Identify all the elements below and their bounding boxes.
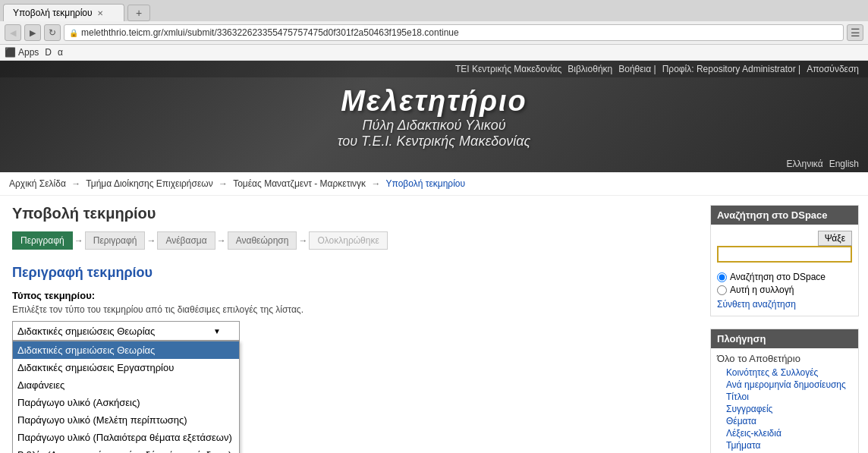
step-2[interactable]: Περιγραφή: [85, 231, 146, 250]
address-url: meleththrio.teicm.gr/xmlui/submit/336322…: [81, 27, 459, 38]
step-5: Ολοκληρώθηκε: [309, 231, 387, 250]
dropdown-option-1[interactable]: Διδακτικές σημειώσεις Εργαστηρίου: [13, 359, 239, 376]
browser-toolbar: ◀ ▶ ↻ 🔒 meleththrio.teicm.gr/xmlui/submi…: [0, 21, 868, 45]
dropdown-option-6[interactable]: Βιβλίο (Δημοσιευμένο από εκδότη ή αυτοέκ…: [13, 446, 239, 453]
search-widget: Αναζήτηση στο DSpace Ψάξε Αναζήτηση στο …: [710, 205, 859, 316]
page-content: ΤΕΙ Κεντρικής Μακεδονίας Βιβλιοθήκη Βοήθ…: [0, 61, 868, 453]
site-header-top: ΤΕΙ Κεντρικής Μακεδονίας Βιβλιοθήκη Βοήθ…: [0, 61, 868, 77]
radio-collection: Αυτή η συλλογή: [717, 285, 852, 295]
site-header-bottom: Ελληνικά English: [0, 156, 868, 172]
breadcrumb-arrow-1: →: [71, 178, 80, 189]
search-widget-title: Αναζήτηση στο DSpace: [711, 206, 858, 225]
dropdown-option-4[interactable]: Παράγωγο υλικό (Μελέτη περίπτωσης): [13, 411, 239, 429]
nav-widget-title: Πλοήγηση: [711, 329, 858, 348]
address-bar[interactable]: 🔒 meleththrio.teicm.gr/xmlui/submit/3363…: [64, 24, 844, 41]
type-dropdown-trigger[interactable]: Διδακτικές σημειώσεις Θεωρίας ▼: [12, 321, 240, 341]
dropdown-option-0[interactable]: Διδακτικές σημειώσεις Θεωρίας: [13, 341, 239, 359]
site-header: ΤΕΙ Κεντρικής Μακεδονίας Βιβλιοθήκη Βοήθ…: [0, 61, 868, 172]
dropdown-option-5[interactable]: Παράγωγο υλικό (Παλαιότερα θέματα εξετάσ…: [13, 429, 239, 446]
back-button[interactable]: ◀: [5, 24, 21, 41]
type-field-label: Τύπος τεκμηρίου:: [12, 290, 689, 301]
tab-close-icon[interactable]: ✕: [97, 9, 103, 17]
logout-link[interactable]: Αποσύνδεση: [807, 64, 859, 74]
lang-en-link[interactable]: English: [829, 159, 859, 169]
chevron-down-icon: ▼: [213, 327, 221, 335]
nav-widget-content: Όλο το Αποθετήριο Κοινότητες & Συλλογές …: [711, 348, 858, 453]
tab-bar: Υποβολή τεκμηρίου ✕ +: [0, 0, 868, 21]
menu-button[interactable]: ☰: [847, 24, 863, 41]
address-lock-icon: 🔒: [69, 29, 78, 37]
breadcrumb-arrow-3: →: [371, 178, 380, 189]
site-title: Μελετητήριο: [0, 85, 868, 118]
dropdown-option-2[interactable]: Διαφάνειες: [13, 376, 239, 394]
breadcrumb-current: Υποβολή τεκμηρίου: [386, 178, 466, 189]
section-title: Περιγραφή τεκμηρίου: [12, 265, 689, 281]
breadcrumb: Αρχική Σελίδα → Τμήμα Διοίκησης Επιχειρή…: [0, 172, 868, 196]
synth-search-link[interactable]: Σύνθετη αναζήτηση: [717, 299, 796, 310]
tab-title: Υποβολή τεκμηρίου: [13, 8, 93, 18]
step-arrow-1: →: [73, 235, 85, 246]
search-widget-content: Ψάξε Αναζήτηση στο DSpace Αυτή η συλλογή: [711, 225, 858, 316]
reload-button[interactable]: ↻: [44, 24, 61, 41]
step-arrow-4: →: [297, 235, 309, 246]
help-link[interactable]: Βοήθεια |: [618, 64, 656, 74]
nav-main-link[interactable]: Όλο το Αποθετήριο: [717, 353, 852, 364]
breadcrumb-area[interactable]: Τομέας Μανατζμεντ - Μαρκετινγκ: [233, 178, 366, 189]
site-header-main: Μελετητήριο Πύλη Διδακτικού Υλικού του Τ…: [0, 77, 868, 156]
nav-sub-link-0[interactable]: Κοινότητες & Συλλογές: [717, 367, 852, 378]
nav-sub-link-2[interactable]: Τίτλοι: [717, 392, 852, 402]
step-progress: Περιγραφή → Περιγραφή → Ανέβασμα → Αναθε…: [12, 231, 689, 250]
apps-icon: ⬛: [5, 47, 16, 58]
breadcrumb-home[interactable]: Αρχική Σελίδα: [9, 178, 66, 189]
browser-chrome: Υποβολή τεκμηρίου ✕ + ◀ ▶ ↻ 🔒 meleththri…: [0, 0, 868, 61]
step-arrow-2: →: [145, 235, 157, 246]
tei-link[interactable]: ΤΕΙ Κεντρικής Μακεδονίας: [455, 64, 561, 74]
browser-tab[interactable]: Υποβολή τεκμηρίου ✕: [3, 4, 124, 21]
search-button[interactable]: Ψάξε: [818, 231, 852, 246]
nav-sub-link-4[interactable]: Θέματα: [717, 416, 852, 426]
main-layout: Υποβολή τεκμηρίου Περιγραφή → Περιγραφή …: [0, 196, 868, 453]
radio-dspace-label: Αναζήτηση στο DSpace: [730, 272, 826, 282]
nav-sub-link-1[interactable]: Ανά ημερομηνία δημοσίευσης: [717, 379, 852, 390]
library-link[interactable]: Βιβλιοθήκη: [568, 64, 612, 74]
forward-button[interactable]: ▶: [24, 24, 41, 41]
bookmark-alpha[interactable]: α: [58, 47, 63, 58]
bookmark-alpha-label: α: [58, 47, 63, 58]
radio-dspace-input[interactable]: [717, 272, 727, 282]
sidebar: Αναζήτηση στο DSpace Ψάξε Αναζήτηση στο …: [701, 196, 868, 453]
step-arrow-3: →: [215, 235, 228, 246]
radio-collection-input[interactable]: [717, 285, 727, 295]
step-1[interactable]: Περιγραφή: [12, 231, 73, 250]
bookmark-d-label: D: [45, 47, 52, 58]
nav-sub-link-6[interactable]: Τμήματα: [717, 440, 852, 451]
breadcrumb-dept[interactable]: Τμήμα Διοίκησης Επιχειρήσεων: [86, 178, 212, 189]
search-radio-group: Αναζήτηση στο DSpace Αυτή η συλλογή: [717, 272, 852, 295]
step-4[interactable]: Αναθεώρηση: [228, 231, 297, 250]
nav-widget: Πλοήγηση Όλο το Αποθετήριο Κοινότητες & …: [710, 329, 859, 453]
profile-link[interactable]: Προφίλ: Repository Administrator |: [662, 64, 800, 74]
dropdown-option-3[interactable]: Παράγωγο υλικό (Ασκήσεις): [13, 394, 239, 411]
site-subtitle2: του Τ.Ε.Ι. Κεντρικής Μακεδονίας: [0, 134, 868, 149]
site-subtitle1: Πύλη Διδακτικού Υλικού: [0, 118, 868, 134]
search-input[interactable]: [717, 246, 852, 263]
type-field-help: Επιλέξτε τον τύπο του τεκμηρίου από τις …: [12, 304, 689, 315]
type-dropdown-list: Διδακτικές σημειώσεις Θεωρίας Διδακτικές…: [12, 341, 240, 453]
type-dropdown-value: Διδακτικές σημειώσεις Θεωρίας: [17, 326, 155, 337]
radio-collection-label: Αυτή η συλλογή: [730, 285, 794, 295]
step-3[interactable]: Ανέβασμα: [157, 231, 215, 250]
bookmark-apps[interactable]: ⬛ Apps: [5, 47, 39, 58]
breadcrumb-arrow-2: →: [219, 178, 228, 189]
main-content: Υποβολή τεκμηρίου Περιγραφή → Περιγραφή …: [0, 196, 701, 453]
nav-sub-link-5[interactable]: Λέξεις-κλειδιά: [717, 428, 852, 439]
synth-search: Σύνθετη αναζήτηση: [717, 298, 852, 310]
radio-dspace: Αναζήτηση στο DSpace: [717, 272, 852, 282]
page-title: Υποβολή τεκμηρίου: [12, 205, 689, 222]
bookmarks-bar: ⬛ Apps D α: [0, 45, 868, 61]
lang-el-link[interactable]: Ελληνικά: [787, 159, 823, 169]
new-tab-button[interactable]: +: [127, 5, 150, 21]
apps-label: Apps: [18, 47, 39, 58]
nav-sub-link-3[interactable]: Συγγραφείς: [717, 404, 852, 414]
bookmark-d[interactable]: D: [45, 47, 52, 58]
type-dropdown[interactable]: Διδακτικές σημειώσεις Θεωρίας ▼ Διδακτικ…: [12, 321, 240, 341]
